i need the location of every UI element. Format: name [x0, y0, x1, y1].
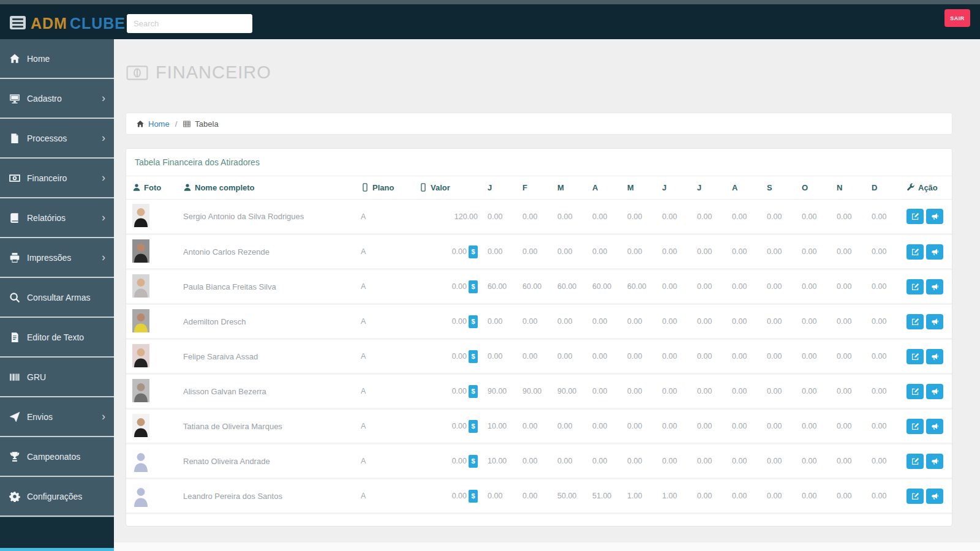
- month-value: 90.00: [483, 374, 518, 409]
- edit-button[interactable]: [907, 454, 924, 469]
- month-value: 0.00: [518, 444, 552, 479]
- bottom-strip: [114, 542, 980, 551]
- dollar-badge[interactable]: $: [469, 490, 478, 503]
- menu-icon[interactable]: [10, 16, 26, 29]
- month-value: 0.00: [797, 444, 832, 479]
- megaphone-icon: [931, 318, 939, 326]
- edit-button[interactable]: [907, 349, 924, 364]
- column-header-s: S: [762, 176, 797, 200]
- month-value: 0.00: [483, 200, 518, 234]
- member-name: Renato Oliveira Andrade: [178, 444, 356, 479]
- month-value: 0.00: [867, 304, 902, 339]
- dollar-badge[interactable]: $: [469, 350, 478, 363]
- sidebar-item-processos[interactable]: Processos›: [0, 119, 114, 159]
- announce-button[interactable]: [926, 454, 943, 469]
- sidebar-item-consultar-armas[interactable]: Consultar Armas: [0, 278, 114, 318]
- dollar-badge[interactable]: $: [469, 246, 478, 258]
- member-valor: 120.00: [454, 212, 478, 221]
- main-content: FINANCEIRO Home / Tabela Tabela Financei…: [114, 39, 980, 551]
- mobile-icon: [419, 183, 428, 192]
- sidebar-item-label: Configurações: [27, 492, 82, 501]
- sidebar-item-home[interactable]: Home: [0, 39, 114, 79]
- column-header-n: N: [832, 176, 867, 200]
- month-value: 0.00: [483, 479, 518, 514]
- month-value: 0.00: [797, 339, 832, 374]
- sidebar-item-label: Consultar Armas: [27, 293, 90, 302]
- month-value: 0.00: [727, 444, 762, 479]
- column-header-m: M: [622, 176, 657, 200]
- sidebar-item-configuracoes[interactable]: Configurações: [0, 477, 114, 517]
- column-header-valor: Valor: [414, 176, 483, 200]
- user-icon: [183, 183, 192, 192]
- sidebar-item-relatorios[interactable]: Relatórios›: [0, 198, 114, 238]
- paper-plane-icon: [9, 411, 20, 422]
- money-icon: [9, 173, 20, 184]
- dollar-badge[interactable]: $: [469, 455, 478, 468]
- logout-button[interactable]: SAIR: [944, 9, 970, 27]
- month-value: 60.00: [587, 269, 622, 304]
- announce-button[interactable]: [926, 419, 943, 434]
- announce-button[interactable]: [926, 279, 943, 294]
- month-value: 0.00: [622, 200, 657, 234]
- month-value: 0.00: [657, 374, 692, 409]
- announce-button[interactable]: [926, 209, 943, 224]
- edit-button[interactable]: [907, 209, 924, 224]
- month-value: 0.00: [762, 234, 797, 269]
- month-value: 60.00: [552, 269, 587, 304]
- edit-button[interactable]: [907, 384, 924, 399]
- edit-button[interactable]: [907, 244, 924, 260]
- member-name: Ademilton Dresch: [178, 304, 356, 339]
- member-valor: 0.00: [452, 247, 467, 256]
- month-value: 0.00: [867, 234, 902, 269]
- edit-icon: [911, 492, 919, 500]
- month-value: 0.00: [587, 339, 622, 374]
- sidebar-item-label: Envios: [27, 412, 53, 422]
- sidebar-item-label: Relatórios: [27, 213, 66, 223]
- sidebar-item-financeiro[interactable]: Financeiro›: [0, 159, 114, 198]
- sidebar-item-cadastro[interactable]: Cadastro›: [0, 79, 114, 119]
- sidebar-item-impressoes[interactable]: Impressões›: [0, 238, 114, 278]
- dollar-badge[interactable]: $: [469, 315, 478, 328]
- month-value: 0.00: [762, 409, 797, 444]
- month-value: 0.00: [692, 200, 727, 234]
- breadcrumb-home-link[interactable]: Home: [148, 119, 170, 129]
- sidebar-item-envios[interactable]: Envios›: [0, 397, 114, 437]
- edit-button[interactable]: [907, 489, 924, 504]
- edit-button[interactable]: [907, 419, 924, 434]
- month-value: 0.00: [867, 374, 902, 409]
- dollar-badge[interactable]: $: [469, 385, 478, 398]
- book-icon: [9, 212, 20, 223]
- month-value: 0.00: [797, 234, 832, 269]
- month-value: 0.00: [483, 339, 518, 374]
- announce-button[interactable]: [926, 384, 943, 399]
- chevron-right-icon: ›: [102, 92, 105, 103]
- edit-button[interactable]: [907, 314, 924, 329]
- month-value: 0.00: [692, 479, 727, 514]
- dollar-badge[interactable]: $: [469, 420, 478, 433]
- member-valor: 0.00: [452, 492, 467, 500]
- app-logo[interactable]: ADMCLUBE: [31, 15, 126, 32]
- table-row: Renato Oliveira AndradeA0.00$10.000.000.…: [126, 444, 952, 479]
- sidebar-item-editor-de-texto[interactable]: Editor de Texto: [0, 318, 114, 358]
- announce-button[interactable]: [926, 314, 943, 329]
- month-value: 0.00: [692, 374, 727, 409]
- member-photo: [132, 204, 149, 227]
- announce-button[interactable]: [926, 489, 943, 504]
- month-value: 0.00: [587, 409, 622, 444]
- gear-icon: [9, 491, 20, 502]
- column-header-j: J: [483, 176, 518, 200]
- announce-button[interactable]: [926, 349, 943, 364]
- month-value: 0.00: [587, 374, 622, 409]
- month-value: 0.00: [552, 444, 587, 479]
- month-value: 0.00: [727, 304, 762, 339]
- month-value: 0.00: [867, 444, 902, 479]
- edit-icon: [911, 388, 919, 395]
- search-input[interactable]: [127, 14, 252, 33]
- member-valor: 0.00: [452, 387, 467, 395]
- edit-button[interactable]: [907, 279, 924, 294]
- month-value: 0.00: [727, 339, 762, 374]
- sidebar-item-campeonatos[interactable]: Campeonatos: [0, 437, 114, 477]
- sidebar-item-gru[interactable]: GRU: [0, 358, 114, 397]
- dollar-badge[interactable]: $: [469, 280, 478, 293]
- announce-button[interactable]: [926, 244, 943, 260]
